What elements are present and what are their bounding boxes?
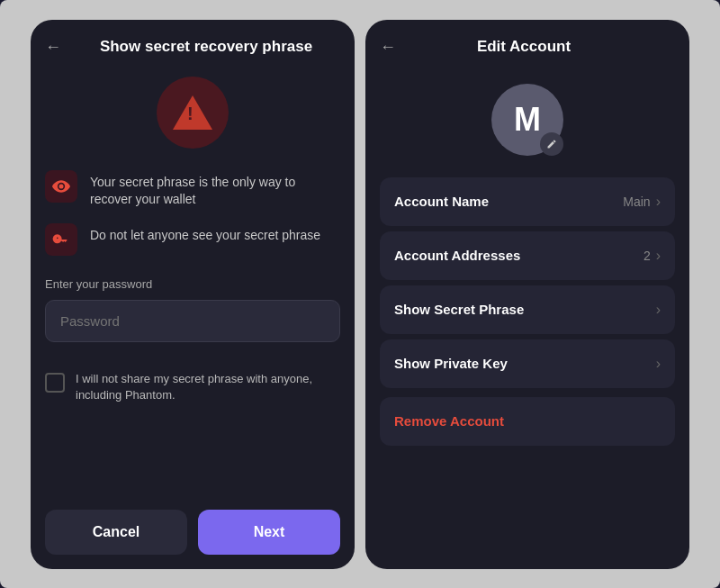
show-private-key-label: Show Private Key (394, 356, 508, 371)
avatar-section: M (365, 84, 689, 156)
left-panel-header: ← Show secret recovery phrase (31, 20, 355, 69)
warning-text-2: Do not let anyone see your secret phrase (90, 223, 320, 245)
menu-items-list: Account Name Main › Account Addresses 2 … (365, 177, 689, 446)
avatar-edit-button[interactable] (540, 132, 563, 156)
password-section: Enter your password (31, 277, 355, 342)
right-back-arrow-icon[interactable]: ← (380, 38, 396, 57)
account-addresses-item[interactable]: Account Addresses 2 › (380, 231, 675, 280)
show-private-key-chevron: › (656, 356, 661, 372)
password-input[interactable] (45, 300, 340, 342)
warning-triangle-icon (173, 95, 212, 130)
cancel-button[interactable]: Cancel (45, 510, 187, 555)
show-secret-phrase-label: Show Secret Phrase (394, 302, 524, 317)
account-addresses-label: Account Addresses (394, 248, 520, 263)
button-row: Cancel Next (31, 495, 355, 569)
edit-account-panel: ← Edit Account M Account Name Main › (365, 20, 689, 569)
remove-account-item[interactable]: Remove Account (380, 397, 675, 446)
checkbox-label: I will not share my secret phrase with a… (76, 371, 340, 403)
show-secret-phrase-item[interactable]: Show Secret Phrase › (380, 285, 675, 334)
show-secret-phrase-chevron: › (656, 302, 661, 318)
next-button[interactable]: Next (198, 510, 340, 555)
warning-items-list: Your secret phrase is the only way to re… (31, 170, 355, 256)
key-icon (45, 223, 77, 256)
remove-account-label: Remove Account (394, 413, 504, 429)
secret-phrase-panel: ← Show secret recovery phrase Your secre… (31, 20, 355, 569)
show-private-key-item[interactable]: Show Private Key › (380, 339, 675, 388)
account-name-item[interactable]: Account Name Main › (380, 177, 675, 226)
left-panel-title: Show secret recovery phrase (72, 38, 340, 56)
show-private-key-right: › (656, 356, 661, 372)
eye-icon (45, 170, 77, 203)
account-name-right: Main › (623, 194, 661, 210)
account-addresses-chevron: › (656, 248, 661, 264)
account-addresses-value: 2 (644, 249, 651, 263)
account-name-label: Account Name (394, 194, 489, 209)
back-arrow-icon[interactable]: ← (45, 38, 61, 57)
warning-text-1: Your secret phrase is the only way to re… (90, 170, 340, 209)
right-panel-header: ← Edit Account (365, 20, 689, 69)
account-name-chevron: › (656, 194, 661, 210)
right-panel-title: Edit Account (407, 38, 641, 56)
password-label: Enter your password (45, 277, 340, 291)
checkbox-section: I will not share my secret phrase with a… (31, 371, 355, 403)
account-addresses-right: 2 › (644, 248, 661, 264)
show-secret-phrase-right: › (656, 302, 661, 318)
agreement-checkbox[interactable] (45, 373, 65, 393)
warning-icon-container (31, 77, 355, 149)
warning-circle (157, 77, 229, 149)
avatar-wrapper: M (491, 84, 563, 156)
warning-item-1: Your secret phrase is the only way to re… (45, 170, 340, 209)
warning-item-2: Do not let anyone see your secret phrase (45, 223, 340, 256)
account-name-value: Main (623, 194, 650, 209)
